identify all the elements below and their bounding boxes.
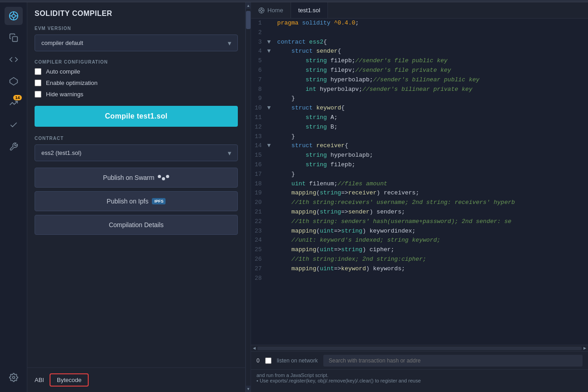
code-line: contract ess2{: [274, 38, 588, 47]
status-bar: 0 listen on network: [251, 351, 588, 369]
sidebar-item-plugin[interactable]: [5, 7, 23, 25]
h-scroll-right[interactable]: ▶: [582, 345, 588, 352]
contract-select[interactable]: ess2 (test1.sol): [35, 144, 238, 161]
bytecode-button[interactable]: Bytecode: [50, 373, 89, 387]
line-num: 7: [251, 75, 267, 85]
table-row: 19 mapping(string=>receiver) receivers;: [251, 189, 588, 198]
fold-indicator[interactable]: ▼: [267, 47, 274, 56]
publish-ipfs-button[interactable]: Publish on Ipfs IPFS: [35, 191, 238, 211]
code-line: mapping(uint=>keyword) keywords;: [274, 264, 588, 274]
scrollbar-up[interactable]: ▲: [246, 2, 251, 9]
fold-indicator: [267, 151, 274, 160]
line-num: 24: [251, 236, 267, 245]
table-row: 28: [251, 274, 588, 283]
sidebar-item-chart[interactable]: 14: [5, 94, 23, 112]
code-line: mapping(uint=>string) cipher;: [274, 245, 588, 255]
left-panel-content: SOLIDITY COMPILER EVM VERSION compiler d…: [27, 2, 245, 367]
h-scrollbar: ◀ ▶: [251, 345, 588, 351]
sidebar-item-diamond[interactable]: [5, 72, 23, 90]
fold-indicator: [267, 170, 274, 179]
evm-version-select[interactable]: compiler default: [35, 35, 238, 51]
line-num: 19: [251, 189, 267, 198]
line-num: 27: [251, 264, 267, 274]
table-row: 20 //1th string:receivers' username; 2nd…: [251, 198, 588, 208]
contract-label: CONTRACT: [35, 136, 238, 141]
fold-indicator: [267, 123, 274, 132]
fold-indicator: [267, 217, 274, 227]
fold-indicator[interactable]: ▼: [267, 104, 274, 113]
compilation-details-button[interactable]: Compilation Details: [35, 215, 238, 235]
fold-indicator: [267, 245, 274, 255]
right-panel: Home test1.sol 1 pragma solidity ^0.4.0;…: [251, 2, 588, 392]
code-line: mapping(uint=>string) keywordindex;: [274, 227, 588, 236]
code-line: string A;: [274, 113, 588, 123]
line-num: 22: [251, 217, 267, 227]
bottom-row: ABI Bytecode: [27, 367, 245, 392]
swarm-icon: [158, 175, 169, 180]
scrollbar-thumb[interactable]: [246, 11, 251, 29]
status-number: 0: [256, 357, 260, 364]
fold-indicator: [267, 94, 274, 104]
h-scroll-left[interactable]: ◀: [251, 345, 257, 352]
code-line: string filepb;: [274, 160, 588, 170]
line-num: 13: [251, 132, 267, 142]
compilation-details-label: Compilation Details: [109, 221, 164, 228]
table-row: 26 //1th string:index; 2nd string:cipher…: [251, 255, 588, 264]
abi-label[interactable]: ABI: [35, 377, 44, 383]
fold-indicator: [267, 132, 274, 142]
line-num: 16: [251, 160, 267, 170]
line-num: 28: [251, 274, 267, 283]
listen-network-label: listen on network: [277, 357, 318, 364]
table-row: 22 //1th string: senders' hash(username+…: [251, 217, 588, 227]
table-row: 21 mapping(string=>sender) senders;: [251, 208, 588, 217]
console-area: and run from a JavaScript script. • Use …: [251, 369, 588, 392]
fold-indicator[interactable]: [267, 19, 274, 28]
auto-compile-item[interactable]: Auto compile: [35, 68, 238, 75]
publish-swarm-label: Publish on Swarm: [103, 174, 155, 181]
code-editor[interactable]: 1 pragma solidity ^0.4.0; 2 3 ▼ contract…: [251, 19, 588, 345]
hide-warnings-label: Hide warnings: [46, 91, 83, 98]
sidebar-item-git[interactable]: [5, 50, 23, 69]
table-row: 11 string A;: [251, 113, 588, 123]
line-num: 15: [251, 151, 267, 160]
sidebar-item-copy[interactable]: [5, 29, 23, 47]
code-line: }: [274, 170, 588, 179]
fold-indicator: [267, 56, 274, 66]
line-num: 2: [251, 28, 267, 38]
tab-home[interactable]: Home: [251, 2, 291, 18]
fold-indicator: [267, 255, 274, 264]
fold-indicator: [267, 75, 274, 85]
sidebar-item-gear[interactable]: [5, 368, 23, 387]
fold-indicator: [267, 28, 274, 38]
search-input[interactable]: [323, 355, 583, 367]
enable-optimization-item[interactable]: Enable optimization: [35, 79, 238, 86]
table-row: 3 ▼ contract ess2{: [251, 38, 588, 47]
code-line: mapping(string=>sender) senders;: [274, 208, 588, 217]
line-num: 8: [251, 85, 267, 94]
code-line: struct receiver{: [274, 141, 588, 151]
line-num: 1: [251, 19, 267, 28]
table-row: 23 mapping(uint=>string) keywordindex;: [251, 227, 588, 236]
contract-select-wrapper: ess2 (test1.sol) ▼: [35, 144, 238, 161]
code-line: //1th string:index; 2nd string:cipher;: [274, 255, 588, 264]
table-row: 1 pragma solidity ^0.4.0;: [251, 19, 588, 28]
fold-indicator[interactable]: ▼: [267, 141, 274, 151]
table-row: 24 //unit: keyword's indexed; string key…: [251, 236, 588, 245]
hide-warnings-item[interactable]: Hide warnings: [35, 91, 238, 98]
fold-indicator[interactable]: ▼: [267, 38, 274, 47]
compile-button[interactable]: Compile test1.sol: [35, 106, 238, 127]
fold-indicator: [267, 66, 274, 75]
scrollbar-down[interactable]: ▼: [246, 386, 251, 392]
sidebar-item-check[interactable]: [5, 116, 23, 134]
publish-swarm-button[interactable]: Publish on Swarm: [35, 168, 238, 188]
code-line: string hyperbolapb;//sender's bilinear p…: [274, 75, 588, 85]
enable-optimization-checkbox[interactable]: [35, 79, 41, 86]
auto-compile-checkbox[interactable]: [35, 68, 41, 75]
hide-warnings-checkbox[interactable]: [35, 91, 41, 98]
sidebar-item-wrench[interactable]: [5, 138, 23, 156]
table-row: 18 uint filenum;//files amount: [251, 179, 588, 189]
listen-network-checkbox[interactable]: [265, 357, 271, 364]
console-line-2: • Use exports/.register(key, obj)/.remov…: [256, 378, 583, 383]
tab-file[interactable]: test1.sol: [291, 2, 328, 18]
table-row: 17 }: [251, 170, 588, 179]
